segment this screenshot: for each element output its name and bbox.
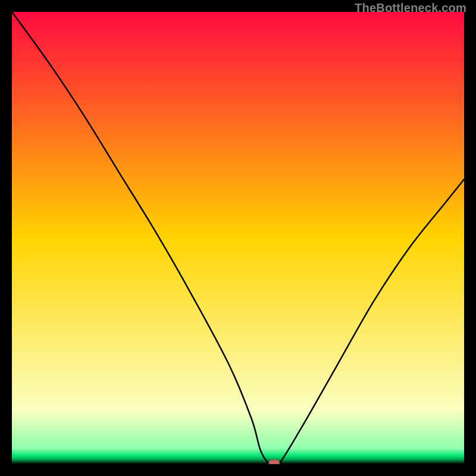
chart-svg: [12, 12, 464, 464]
chart-stage: TheBottleneck.com: [0, 0, 476, 476]
optimal-point-marker: [269, 460, 280, 464]
chart-plot-area: [12, 12, 464, 464]
chart-background-gradient: [12, 12, 464, 464]
